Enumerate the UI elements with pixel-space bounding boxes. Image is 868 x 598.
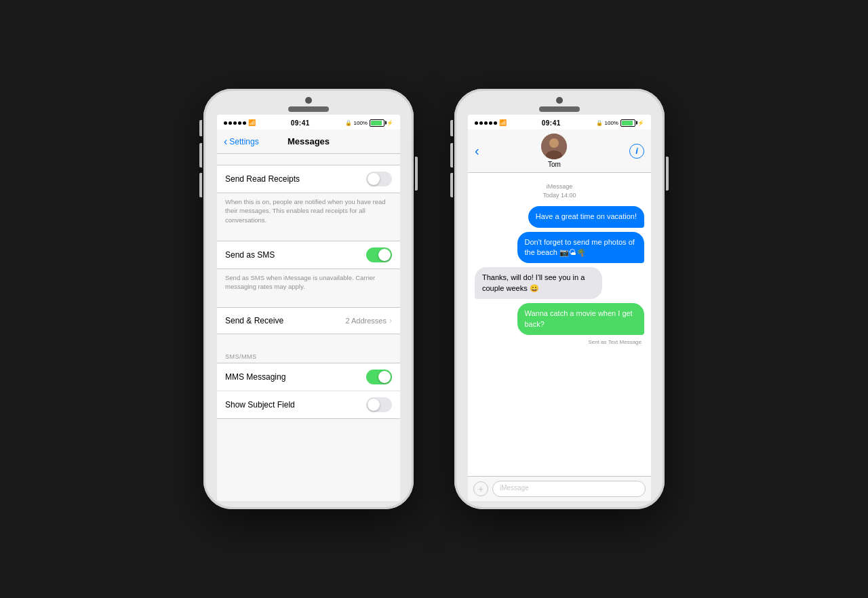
signal-area-r: 📶 <box>475 119 507 126</box>
message-row-3: Thanks, will do! I'll see you in a coupl… <box>475 267 644 299</box>
status-bar: 📶 09:41 🔒 100% ⚡ <box>217 115 400 129</box>
send-receive-row[interactable]: Send & Receive 2 Addresses › <box>217 308 400 334</box>
timestamp: iMessage Today 14:00 <box>475 182 644 199</box>
volume-up-button[interactable] <box>199 143 202 167</box>
toggle-knob-4 <box>368 399 380 411</box>
battery-percent: 100% <box>354 120 368 126</box>
read-receipts-section: Send Read Receipts <box>217 165 400 193</box>
chevron-right-icon: › <box>389 316 392 325</box>
spacer-4 <box>217 334 400 345</box>
sent-as-label: Sent as Text Message <box>475 339 644 345</box>
bubble-4: Wanna catch a movie when I get back? <box>517 303 645 335</box>
battery-fill <box>371 121 382 125</box>
imessage-label: iMessage <box>475 182 644 191</box>
back-button-messages[interactable]: ‹ <box>475 143 479 159</box>
info-button[interactable]: i <box>629 144 644 159</box>
front-camera-r <box>556 97 563 104</box>
read-receipts-toggle[interactable] <box>366 172 392 186</box>
messages-nav-bar: ‹ Tom i <box>468 129 651 173</box>
message-row-4: Wanna catch a movie when I get back? <box>475 303 644 335</box>
battery-icon-r <box>620 119 635 127</box>
back-label: Settings <box>229 137 258 146</box>
signal-dot-2 <box>229 121 232 125</box>
bubble-1: Have a great time on vacation! <box>528 206 644 227</box>
battery-percent-r: 100% <box>605 120 618 126</box>
speaker-r <box>539 106 580 112</box>
sms-mms-header: SMS/MMS <box>217 345 400 363</box>
volume-down-button-r[interactable] <box>450 173 453 197</box>
mute-button-r[interactable] <box>450 120 453 136</box>
svg-point-3 <box>550 139 558 147</box>
signal-dot-5 <box>243 121 246 125</box>
battery-fill-r <box>622 121 633 125</box>
show-subject-label: Show Subject Field <box>225 400 295 410</box>
bubble-3: Thanks, will do! I'll see you in a coupl… <box>475 267 602 299</box>
signal-area: 📶 <box>224 119 256 126</box>
battery-shape-r <box>620 119 635 127</box>
power-button[interactable] <box>415 157 418 191</box>
phones-container: 📶 09:41 🔒 100% ⚡ ‹ <box>203 89 665 509</box>
back-button[interactable]: ‹ Settings <box>224 136 259 148</box>
battery-shape <box>370 119 384 127</box>
message-row-2: Don't forget to send me photos of the be… <box>475 232 644 264</box>
send-receive-section: Send & Receive 2 Addresses › <box>217 307 400 334</box>
phone-top-r <box>460 97 659 112</box>
avatar-image <box>541 134 567 159</box>
lock-icon: 🔒 <box>345 120 352 126</box>
spacer-3 <box>217 296 400 307</box>
send-receive-label: Send & Receive <box>225 316 283 325</box>
mute-button[interactable] <box>199 120 202 136</box>
battery-icon <box>370 119 384 127</box>
send-sms-toggle[interactable] <box>366 247 392 262</box>
message-input[interactable]: iMessage <box>492 481 646 497</box>
settings-content: Send Read Receipts When this is on, peop… <box>217 154 400 501</box>
time-label: Today 14:00 <box>475 191 644 200</box>
mms-toggle[interactable] <box>366 370 392 384</box>
volume-down-button[interactable] <box>199 173 202 197</box>
battery-area: 🔒 100% ⚡ <box>345 119 393 127</box>
contact-name: Tom <box>548 161 561 168</box>
bubble-text-2: Don't forget to send me photos of the be… <box>525 238 635 256</box>
bubble-text-1: Have a great time on vacation! <box>536 212 637 220</box>
back-chevron-icon: ‹ <box>224 136 227 148</box>
show-subject-row[interactable]: Show Subject Field <box>217 391 400 418</box>
send-receive-value: 2 Addresses › <box>345 316 392 325</box>
settings-nav-bar: ‹ Settings Messages <box>217 129 400 154</box>
volume-up-button-r[interactable] <box>450 143 453 167</box>
signal-dot-1 <box>224 121 227 125</box>
bubble-2: Don't forget to send me photos of the be… <box>517 232 645 264</box>
lock-icon-r: 🔒 <box>596 120 603 126</box>
mms-messaging-label: MMS Messaging <box>225 372 285 382</box>
send-sms-row[interactable]: Send as SMS <box>217 241 400 268</box>
toggle-knob <box>368 173 380 185</box>
message-row-1: Have a great time on vacation! <box>475 206 644 227</box>
read-receipts-row[interactable]: Send Read Receipts <box>217 165 400 193</box>
bubble-text-3: Thanks, will do! I'll see you in a coupl… <box>482 273 585 292</box>
power-button-r[interactable] <box>666 157 669 191</box>
signal-dots <box>224 121 246 125</box>
send-sms-section: Send as SMS <box>217 241 400 269</box>
read-receipts-desc: When this is on, people are notified whe… <box>217 193 400 230</box>
page-title: Messages <box>288 136 330 146</box>
send-sms-label: Send as SMS <box>225 250 275 260</box>
spacer-2 <box>217 230 400 241</box>
mms-messaging-row[interactable]: MMS Messaging <box>217 363 400 391</box>
subject-toggle[interactable] <box>366 397 392 412</box>
status-bar-r: 📶 09:41 🔒 100% ⚡ <box>468 115 651 129</box>
sms-mms-section: MMS Messaging Show Subject Field <box>217 363 400 419</box>
bubble-text-4: Wanna catch a movie when I get back? <box>525 309 633 327</box>
battery-area-r: 🔒 100% ⚡ <box>596 119 644 127</box>
charging-icon: ⚡ <box>387 120 393 126</box>
contact-header[interactable]: Tom <box>541 134 567 168</box>
address-count: 2 Addresses <box>345 317 387 325</box>
toggle-knob-3 <box>378 371 391 383</box>
signal-dot-4 <box>238 121 241 125</box>
camera-button[interactable]: + <box>473 481 488 496</box>
front-camera <box>305 97 312 104</box>
settings-phone: 📶 09:41 🔒 100% ⚡ ‹ <box>203 89 414 509</box>
send-sms-desc: Send as SMS when iMessage is unavailable… <box>217 269 400 297</box>
signal-dots-r <box>475 121 497 125</box>
status-time-r: 09:41 <box>542 119 561 127</box>
messages-area: iMessage Today 14:00 Have a great time o… <box>468 173 651 476</box>
signal-dot-3 <box>233 121 237 125</box>
